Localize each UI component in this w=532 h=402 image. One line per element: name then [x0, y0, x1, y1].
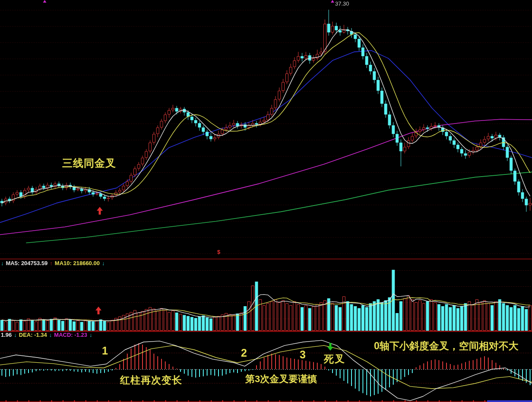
golden-cross-2-marker: 2 [241, 348, 247, 358]
golden-cross-3-marker: 3 [300, 349, 306, 360]
dif-value-label: 1.96 [1, 332, 12, 338]
death-cross-annotation: 死叉 [324, 354, 345, 364]
red-histogram-note: 红柱再次变长 [120, 375, 182, 385]
golden-cross-annotation: 三线同金叉 [62, 158, 116, 168]
peak-price-label: 37.30 [335, 1, 349, 6]
sell-point-marker: $ [217, 249, 220, 255]
macd-indicator-header: 1.96 ↓ DEA: -1.34 ↓ MACD: -1.23 ↓ [1, 332, 92, 338]
stock-chart-window: 37.30 三线同金叉 $ ↓ MA5: 204753.59 ↑ MA10: 2… [0, 0, 532, 402]
volume-ma5-label: MA5: 204753.59 [6, 260, 48, 266]
volume-ma10-label: MA10: 218660.00 [55, 260, 100, 266]
macd-value-label: MACD: -1.23 [54, 332, 87, 338]
ma10-trend-down-icon: ↓ [102, 260, 105, 266]
volume-indicator-header: ↓ MA5: 204753.59 ↑ MA10: 218660.00 ↓ [1, 260, 104, 266]
macd-trend-down-icon: ↓ [89, 332, 92, 338]
dif-trend-down-icon: ↓ [14, 332, 17, 338]
dea-trend-down-icon: ↓ [49, 332, 52, 338]
ma5-trend-down-icon: ↓ [1, 260, 4, 266]
dea-value-label: DEA: -1.34 [19, 332, 47, 338]
golden-cross-1-marker: 1 [102, 345, 108, 356]
third-cross-caution-note: 第3次金叉要谨慎 [245, 374, 317, 384]
zero-axis-note: 0轴下小斜度金叉，空间相对不大 [374, 341, 519, 351]
ma5-trend-up-icon: ↑ [50, 260, 53, 266]
time-scrollbar-thumb[interactable] [487, 400, 532, 402]
